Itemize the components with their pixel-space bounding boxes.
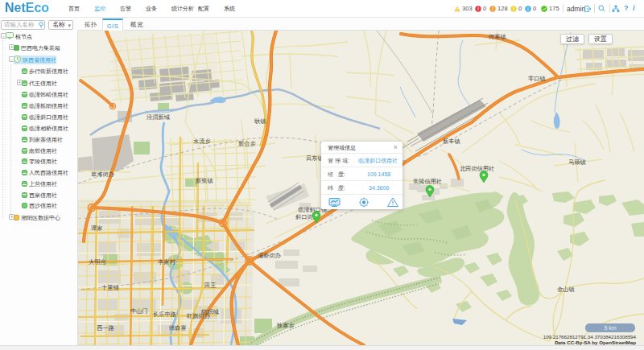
svg-text:水流乡: 水流乡 bbox=[193, 138, 211, 145]
svg-text:狄寨乡: 狄寨乡 bbox=[277, 322, 295, 329]
svg-text:常陵信用社: 常陵信用社 bbox=[413, 178, 442, 185]
svg-text:新丰镇: 新丰镇 bbox=[443, 138, 460, 145]
svg-text:韩森寨: 韩森寨 bbox=[168, 324, 187, 331]
svg-text:新筑镇: 新筑镇 bbox=[196, 177, 213, 184]
svg-text:纺织城: 纺织城 bbox=[201, 308, 219, 315]
svg-text:大明宫: 大明宫 bbox=[89, 258, 106, 266]
svg-text:十里铺: 十里铺 bbox=[101, 284, 119, 291]
svg-text:零口镇: 零口镇 bbox=[528, 75, 546, 82]
svg-text:北田街信用社: 北田街信用社 bbox=[460, 165, 494, 172]
svg-text:新合乡: 新合乡 bbox=[238, 140, 256, 147]
svg-text:长乐中路: 长乐中路 bbox=[152, 311, 176, 318]
svg-text:田王: 田王 bbox=[204, 282, 216, 289]
svg-text:李家村: 李家村 bbox=[158, 258, 175, 266]
svg-text:耿镇: 耿镇 bbox=[254, 117, 266, 125]
svg-text:马额镇: 马额镇 bbox=[568, 159, 586, 166]
svg-text:草滩街办: 草滩街办 bbox=[91, 171, 115, 178]
svg-text:谭家: 谭家 bbox=[91, 224, 102, 232]
svg-text:中山门: 中山门 bbox=[130, 307, 148, 315]
svg-text:何寨镇: 何寨镇 bbox=[489, 33, 506, 40]
svg-text:灞桥街办: 灞桥街办 bbox=[258, 252, 282, 259]
svg-text:西一路: 西一路 bbox=[97, 324, 114, 331]
svg-text:泾渭新城: 泾渭新城 bbox=[147, 113, 171, 121]
svg-text:金山镇: 金山镇 bbox=[557, 286, 575, 293]
